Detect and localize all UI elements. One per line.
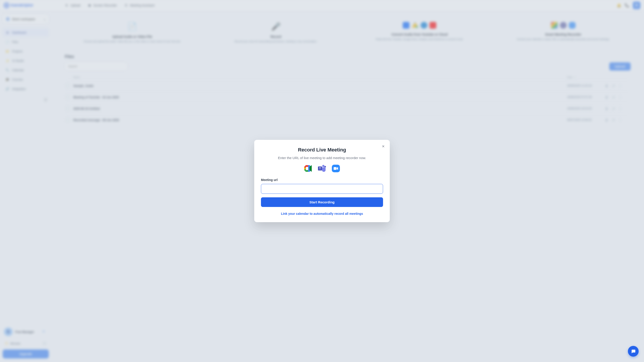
zoom-icon — [332, 165, 340, 172]
svg-point-2 — [322, 165, 324, 167]
svg-point-3 — [324, 166, 326, 168]
meeting-url-input[interactable] — [261, 184, 383, 194]
svg-text:T: T — [319, 167, 321, 170]
google-meet-icon — [304, 165, 312, 172]
svg-rect-4 — [334, 167, 336, 170]
meeting-provider-icons: T — [261, 165, 383, 172]
modal-overlay[interactable]: Record Live Meeting Enter the URL of liv… — [0, 0, 644, 362]
record-meeting-modal: Record Live Meeting Enter the URL of liv… — [254, 140, 390, 222]
close-button[interactable] — [381, 144, 386, 149]
modal-title: Record Live Meeting — [261, 147, 383, 153]
meeting-url-label: Meeting url — [261, 178, 383, 182]
chat-widget-button[interactable] — [628, 346, 639, 357]
modal-subtitle: Enter the URL of live meeting to add mee… — [261, 156, 383, 160]
start-recording-button[interactable]: Start Recording — [261, 197, 383, 207]
microsoft-teams-icon: T — [318, 165, 326, 172]
link-calendar-link[interactable]: Link your calendar to automatically reco… — [261, 212, 383, 215]
